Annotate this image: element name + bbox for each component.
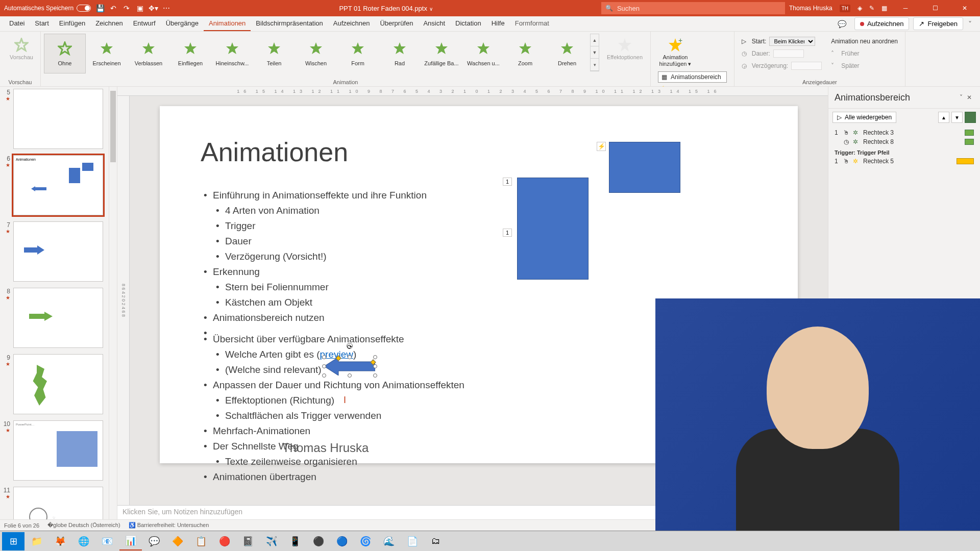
- record-button[interactable]: Aufzeichnen: [854, 17, 910, 30]
- effect-verblassen[interactable]: Verblassen: [128, 34, 169, 73]
- menu-tab-dictation[interactable]: Dictation: [450, 16, 486, 31]
- switch-icon[interactable]: [77, 5, 91, 12]
- undo-icon[interactable]: ↶: [109, 4, 117, 12]
- gallery-more-icon[interactable]: ▾: [591, 59, 599, 71]
- explorer-icon[interactable]: 📁: [26, 532, 48, 550]
- preview-button[interactable]: Vorschau: [3, 34, 40, 63]
- effect-hineinschw[interactable]: Hineinschw...: [211, 34, 253, 73]
- slide-thumbnail-5[interactable]: 5★: [2, 89, 105, 149]
- earlier-button[interactable]: ˄Früher: [831, 48, 898, 59]
- diamond-icon[interactable]: ◈: [857, 5, 862, 12]
- slide-thumbnail-6[interactable]: 6★Animationen: [2, 155, 105, 215]
- effect-rad[interactable]: Rad: [379, 34, 421, 73]
- app-icon[interactable]: 🗂: [425, 532, 447, 550]
- gallery-up-icon[interactable]: ▲: [591, 34, 599, 46]
- user-name[interactable]: Thomas Hruska: [789, 5, 832, 12]
- comments-icon[interactable]: 💬: [834, 18, 850, 30]
- resize-handle[interactable]: [373, 373, 377, 378]
- effect-einfliegen[interactable]: Einfliegen: [169, 34, 211, 73]
- menu-tab-einfügen[interactable]: Einfügen: [54, 16, 90, 31]
- effect-wischen[interactable]: Wischen: [295, 34, 337, 73]
- effect-zoom[interactable]: Zoom: [504, 34, 546, 73]
- animation-tag[interactable]: 1: [503, 229, 512, 237]
- resize-handle[interactable]: [322, 364, 326, 368]
- autosave-toggle[interactable]: Automatisches Speichern: [4, 5, 91, 12]
- menu-tab-hilfe[interactable]: Hilfe: [486, 16, 510, 31]
- move-down-button[interactable]: ▼: [951, 112, 963, 123]
- slide-thumbnail-10[interactable]: 10★PowerPoint…: [2, 420, 105, 481]
- later-button[interactable]: ˅Später: [831, 60, 898, 71]
- vlc-icon[interactable]: 🔶: [166, 532, 189, 550]
- menu-tab-aufzeichnen[interactable]: Aufzeichnen: [328, 16, 375, 31]
- menu-tab-ansicht[interactable]: Ansicht: [418, 16, 450, 31]
- pane-options-icon[interactable]: ˅: [958, 92, 965, 103]
- obs-icon[interactable]: ⚫: [307, 532, 330, 550]
- slide-counter[interactable]: Folie 6 von 26: [4, 522, 39, 529]
- close-button[interactable]: ✕: [953, 0, 976, 16]
- maximize-button[interactable]: ☐: [924, 0, 946, 16]
- animation-pane-button[interactable]: ▦Animationsbereich: [658, 71, 727, 83]
- slide-thumbnail-9[interactable]: 9★: [2, 354, 105, 414]
- language-status[interactable]: �globe Deutsch (Österreich): [47, 522, 120, 529]
- animation-item[interactable]: 1🖱✲Rechteck 3: [832, 128, 976, 137]
- slide-thumbnail-8[interactable]: 8★: [2, 288, 105, 348]
- duration-row[interactable]: ◷Dauer:: [742, 48, 822, 59]
- firefox-icon[interactable]: 🦊: [49, 532, 71, 550]
- animation-item[interactable]: ◷✲Rechteck 8: [832, 137, 976, 146]
- accessibility-status[interactable]: ♿ Barrierefreiheit: Untersuchen: [129, 522, 209, 529]
- move-up-button[interactable]: ▲: [938, 112, 949, 123]
- menu-tab-bildschirmpräsentation[interactable]: Bildschirmpräsentation: [251, 16, 328, 31]
- app-icon[interactable]: 💬: [143, 532, 165, 550]
- menu-tab-übergänge[interactable]: Übergänge: [161, 16, 204, 31]
- menu-tab-zeichnen[interactable]: Zeichnen: [90, 16, 128, 31]
- search-box[interactable]: 🔍: [601, 2, 785, 14]
- effect-teilen[interactable]: Teilen: [253, 34, 295, 73]
- play-all-button[interactable]: ▷Alle wiedergeben: [832, 112, 896, 123]
- effect-zuflligeba[interactable]: Zufällige Ba...: [421, 34, 462, 73]
- resize-handle[interactable]: [348, 355, 352, 359]
- user-avatar[interactable]: TH: [840, 5, 850, 12]
- pen-icon[interactable]: ✎: [869, 5, 874, 12]
- onenote-icon[interactable]: 📓: [237, 532, 259, 550]
- animation-item[interactable]: 1🖱✲Rechteck 5: [832, 157, 976, 166]
- start-row[interactable]: ▷Start:Beim Klicken: [742, 36, 822, 47]
- powerpoint-icon[interactable]: 📊: [119, 532, 142, 550]
- telegram-icon[interactable]: ✈️: [260, 532, 283, 550]
- start-select[interactable]: Beim Klicken: [769, 37, 815, 46]
- share-button[interactable]: ↗Freigeben: [913, 17, 963, 30]
- rotate-handle[interactable]: ⟳: [347, 343, 353, 349]
- effect-ohne[interactable]: Ohne: [44, 34, 86, 73]
- chrome-icon[interactable]: 🌐: [72, 532, 95, 550]
- app-icon[interactable]: 🌀: [354, 532, 377, 550]
- menu-tab-entwurf[interactable]: Entwurf: [128, 16, 161, 31]
- side-toggle-button[interactable]: [965, 112, 976, 123]
- pane-close-icon[interactable]: ✕: [965, 92, 974, 103]
- app-icon[interactable]: 🔴: [213, 532, 236, 550]
- outlook-icon[interactable]: 📧: [96, 532, 118, 550]
- app-icon[interactable]: 🔵: [331, 532, 353, 550]
- thumb-scrollbar[interactable]: [109, 87, 117, 519]
- menu-tab-formformat[interactable]: Formformat: [510, 16, 554, 31]
- effect-options-button[interactable]: Effektoptionen: [602, 34, 647, 63]
- duration-input[interactable]: [773, 49, 804, 58]
- resize-handle[interactable]: [373, 355, 377, 359]
- menu-tab-animationen[interactable]: Animationen: [204, 16, 251, 31]
- qa-more-icon[interactable]: ⋯: [162, 4, 170, 12]
- redo-icon[interactable]: ↷: [122, 4, 131, 12]
- minimize-button[interactable]: ─: [894, 0, 917, 16]
- rectangle-shape[interactable]: [517, 178, 589, 280]
- effect-erscheinen[interactable]: Erscheinen: [86, 34, 128, 73]
- resize-handle[interactable]: [348, 373, 352, 378]
- add-animation-button[interactable]: + Animation hinzufügen ▾: [654, 34, 697, 69]
- effect-wachsenu[interactable]: Wachsen u...: [462, 34, 504, 73]
- menu-tab-überprüfen[interactable]: Überprüfen: [375, 16, 418, 31]
- arrow-shape[interactable]: ⟳: [324, 357, 375, 375]
- delay-input[interactable]: [791, 62, 822, 70]
- save-icon[interactable]: 💾: [96, 4, 104, 12]
- app-icon[interactable]: 📋: [190, 532, 212, 550]
- start-button[interactable]: ⊞: [2, 532, 24, 550]
- app-icon[interactable]: 📄: [401, 532, 424, 550]
- edge-icon[interactable]: 🌊: [378, 532, 400, 550]
- menu-tab-start[interactable]: Start: [30, 16, 54, 31]
- search-input[interactable]: [617, 5, 703, 12]
